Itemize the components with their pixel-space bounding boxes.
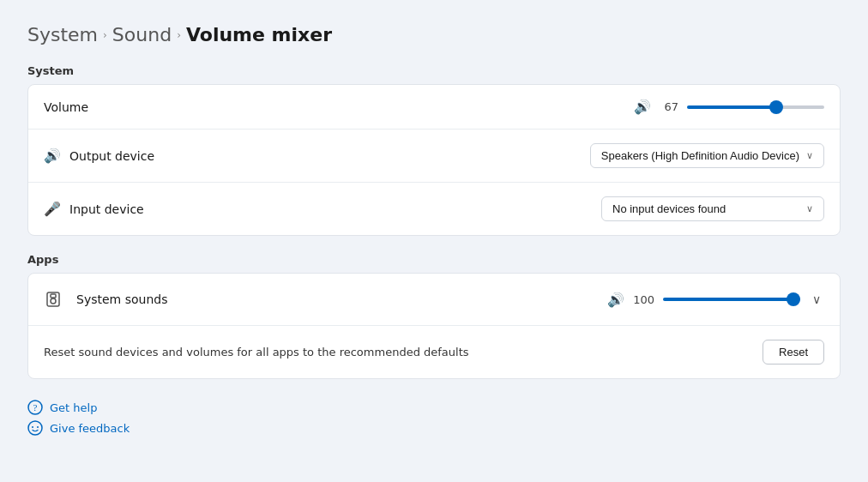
apps-section-label: Apps: [27, 253, 841, 266]
svg-text:?: ?: [33, 402, 38, 413]
system-sounds-row-left: System sounds: [44, 287, 167, 311]
volume-row: Volume 🔊 67: [28, 85, 840, 130]
volume-label: Volume: [44, 100, 88, 114]
output-device-dropdown[interactable]: Speakers (High Definition Audio Device) …: [590, 143, 824, 168]
output-device-row: 🔊 Output device Speakers (High Definitio…: [28, 130, 840, 183]
get-help-link[interactable]: ? Get help: [27, 400, 841, 415]
breadcrumb-sound[interactable]: Sound: [112, 24, 172, 45]
apps-card: System sounds 🔊 100 ∨ Reset sound device…: [27, 273, 841, 379]
breadcrumb: System › Sound › Volume mixer: [27, 24, 841, 45]
svg-rect-2: [51, 294, 56, 298]
input-device-icon: 🎤: [44, 201, 61, 217]
reset-button[interactable]: Reset: [763, 340, 824, 365]
svg-point-7: [37, 426, 39, 428]
give-feedback-link[interactable]: Give feedback: [27, 420, 841, 436]
system-sounds-value: 100: [633, 293, 654, 306]
reset-description: Reset sound devices and volumes for all …: [44, 346, 469, 358]
input-device-row-right: No input devices found ∨: [601, 196, 824, 221]
volume-row-right: 🔊 67: [634, 99, 824, 115]
apps-section: Apps System sounds 🔊 100 ∨: [27, 253, 841, 379]
system-sounds-expand-button[interactable]: ∨: [809, 291, 824, 308]
input-device-row-left: 🎤 Input device: [44, 201, 144, 217]
system-sounds-row-right: 🔊 100 ∨: [607, 291, 824, 308]
volume-row-left: Volume: [44, 100, 88, 114]
help-links: ? Get help Give feedback: [27, 400, 841, 436]
svg-point-1: [51, 298, 56, 304]
volume-speaker-icon: 🔊: [634, 99, 651, 115]
output-device-chevron-icon: ∨: [806, 150, 813, 161]
output-device-icon: 🔊: [44, 148, 61, 164]
system-sounds-speaker-icon: 🔊: [607, 292, 624, 308]
input-device-chevron-icon: ∨: [806, 203, 813, 214]
breadcrumb-system[interactable]: System: [27, 24, 98, 45]
output-device-selected: Speakers (High Definition Audio Device): [601, 149, 799, 162]
give-feedback-icon: [27, 420, 43, 436]
volume-slider[interactable]: [687, 105, 824, 109]
breadcrumb-sep-1: ›: [103, 29, 107, 41]
input-device-dropdown[interactable]: No input devices found ∨: [601, 196, 824, 221]
svg-point-5: [28, 421, 42, 435]
reset-row: Reset sound devices and volumes for all …: [28, 326, 840, 378]
input-device-row: 🎤 Input device No input devices found ∨: [28, 183, 840, 235]
output-device-row-left: 🔊 Output device: [44, 148, 154, 164]
output-device-row-right: Speakers (High Definition Audio Device) …: [590, 143, 824, 168]
system-sounds-slider[interactable]: [663, 298, 800, 301]
breadcrumb-sep-2: ›: [177, 29, 181, 41]
system-sounds-row: System sounds 🔊 100 ∨: [28, 274, 840, 326]
input-device-selected: No input devices found: [612, 202, 726, 215]
system-sounds-label: System sounds: [76, 292, 167, 306]
get-help-label: Get help: [50, 401, 97, 414]
breadcrumb-current: Volume mixer: [186, 24, 332, 45]
give-feedback-label: Give feedback: [50, 422, 130, 435]
volume-value: 67: [660, 100, 678, 113]
output-device-label: Output device: [69, 149, 154, 163]
system-card: Volume 🔊 67 🔊 Output device Speakers (Hi…: [27, 84, 841, 236]
svg-point-6: [32, 426, 33, 428]
get-help-icon: ?: [27, 400, 43, 415]
input-device-label: Input device: [69, 202, 144, 216]
system-sounds-icon: [44, 287, 68, 311]
system-section-label: System: [27, 64, 841, 77]
